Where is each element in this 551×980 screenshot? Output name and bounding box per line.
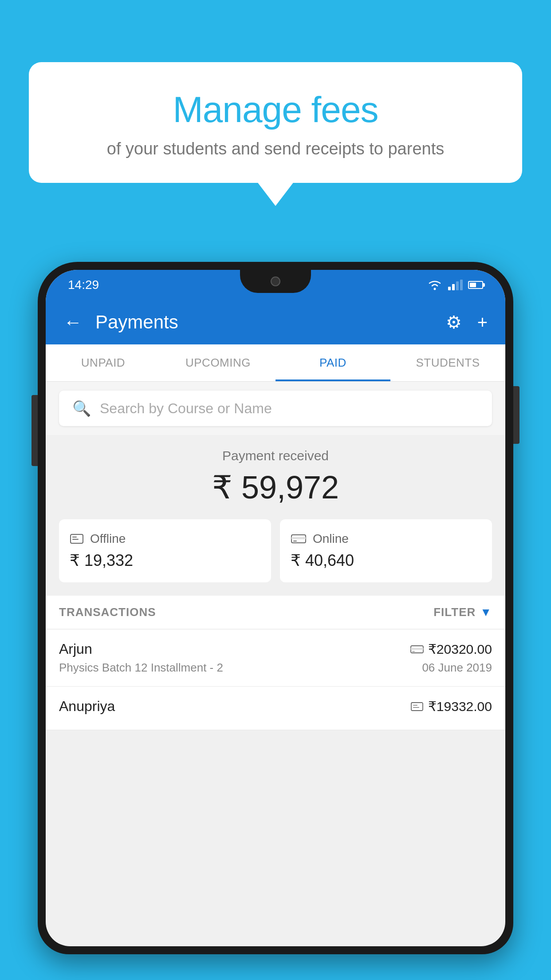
status-icons [427, 279, 483, 291]
bubble-subtitle: of your students and send receipts to pa… [51, 139, 500, 158]
status-time: 14:29 [68, 278, 99, 292]
online-label: Online [313, 532, 349, 546]
transaction-date: 06 June 2019 [422, 661, 492, 675]
tab-upcoming[interactable]: UPCOMING [161, 344, 276, 381]
transaction-name: Anupriya [59, 698, 115, 715]
svg-rect-3 [72, 539, 79, 540]
offline-label: Offline [90, 532, 126, 546]
transaction-row[interactable]: Anupriya ₹19332.00 [46, 687, 505, 730]
offline-amount: ₹ 19,332 [70, 551, 260, 570]
payment-summary: Payment received ₹ 59,972 Offline [46, 435, 505, 596]
app-header: ← Payments ⚙ + [46, 300, 505, 344]
transaction-name: Arjun [59, 641, 92, 657]
transaction-bottom: Physics Batch 12 Installment - 2 06 June… [59, 661, 492, 675]
camera-dot [271, 277, 280, 286]
header-actions: ⚙ + [446, 312, 488, 332]
payment-received-label: Payment received [59, 448, 492, 463]
header-title: Payments [95, 312, 433, 333]
transaction-amount: ₹19332.00 [428, 699, 492, 714]
phone-container: 14:29 [38, 262, 513, 980]
transaction-top: Anupriya ₹19332.00 [59, 698, 492, 715]
transaction-amount-wrap: ₹20320.00 [410, 641, 492, 657]
settings-icon[interactable]: ⚙ [446, 312, 462, 332]
transaction-top: Arjun ₹20320.00 [59, 641, 492, 657]
svg-rect-6 [293, 541, 297, 541]
search-bar[interactable]: 🔍 Search by Course or Name [59, 391, 492, 426]
svg-rect-10 [411, 703, 423, 711]
search-container: 🔍 Search by Course or Name [46, 382, 505, 435]
wifi-icon [427, 279, 443, 291]
speech-bubble-container: Manage fees of your students and send re… [29, 62, 522, 183]
online-amount: ₹ 40,640 [291, 551, 481, 570]
payment-cards: Offline ₹ 19,332 On [59, 519, 492, 582]
transaction-pay-icon [410, 702, 424, 711]
tabs: UNPAID UPCOMING PAID STUDENTS [46, 344, 505, 382]
online-payment-icon [291, 533, 307, 545]
svg-rect-12 [413, 707, 419, 708]
transaction-row[interactable]: Arjun ₹20320.00 Physics Batch 12 Install… [46, 629, 505, 687]
status-bar: 14:29 [46, 270, 505, 300]
svg-rect-9 [412, 651, 415, 652]
online-card: Online ₹ 40,640 [280, 519, 492, 582]
svg-rect-2 [72, 537, 77, 537]
svg-point-0 [434, 288, 436, 290]
notch [240, 270, 311, 293]
filter-label: FILTER [433, 605, 476, 619]
add-icon[interactable]: + [477, 312, 488, 332]
battery-icon [468, 281, 483, 289]
search-icon: 🔍 [72, 399, 91, 417]
filter-icon: ▼ [480, 605, 492, 619]
svg-rect-11 [413, 705, 417, 706]
online-card-header: Online [291, 532, 481, 546]
phone-screen: 14:29 [46, 270, 505, 946]
search-input[interactable]: Search by Course or Name [100, 400, 272, 417]
transactions-header: TRANSACTIONS FILTER ▼ [46, 596, 505, 629]
transaction-course: Physics Batch 12 Installment - 2 [59, 661, 223, 675]
transactions-label: TRANSACTIONS [59, 605, 156, 619]
tab-unpaid[interactable]: UNPAID [46, 344, 161, 381]
phone-outer: 14:29 [38, 262, 513, 954]
svg-rect-8 [411, 648, 423, 650]
svg-rect-5 [291, 537, 306, 539]
payment-total-amount: ₹ 59,972 [59, 469, 492, 506]
transaction-amount: ₹20320.00 [428, 641, 492, 657]
transaction-amount-wrap: ₹19332.00 [410, 699, 492, 714]
offline-card-header: Offline [70, 532, 260, 546]
tab-paid[interactable]: PAID [276, 344, 390, 381]
bubble-title: Manage fees [51, 89, 500, 130]
offline-payment-icon [70, 533, 84, 545]
transaction-pay-icon [410, 644, 424, 654]
offline-card: Offline ₹ 19,332 [59, 519, 271, 582]
back-button[interactable]: ← [63, 312, 82, 333]
filter-button[interactable]: FILTER ▼ [433, 605, 492, 619]
tab-students[interactable]: STUDENTS [390, 344, 505, 381]
speech-bubble: Manage fees of your students and send re… [29, 62, 522, 183]
signal-icon [448, 280, 463, 290]
